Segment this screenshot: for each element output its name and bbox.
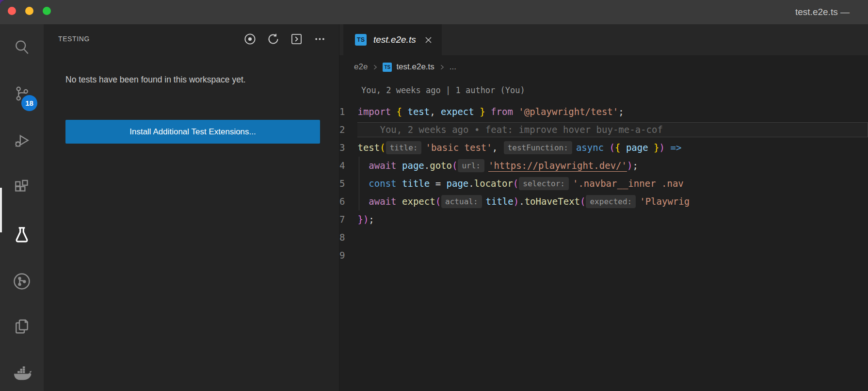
title-bar: test.e2e.ts — <box>0 0 868 24</box>
panel-title: TESTING <box>58 35 90 43</box>
more-actions-icon[interactable] <box>313 33 326 46</box>
inlay-hint: selector: <box>519 177 569 190</box>
code-editor[interactable]: You, 2 weeks ago | 1 author (You) 1impor… <box>339 79 868 391</box>
line-number[interactable]: 3 <box>339 139 357 157</box>
minimize-window-button[interactable] <box>25 7 33 15</box>
line-number[interactable]: 2 <box>339 121 357 139</box>
window-title: test.e2e.ts — <box>795 0 850 24</box>
line-number[interactable]: 6 <box>339 193 357 211</box>
tab-label: test.e2e.ts <box>373 34 416 45</box>
activity-bar: 18 <box>0 24 44 391</box>
line-number[interactable]: 4 <box>339 157 357 175</box>
inlay-hint: actual: <box>441 195 482 208</box>
tab-test-e2e-ts[interactable]: TS test.e2e.ts <box>343 24 442 55</box>
code-line[interactable]: 6 await expect(actual:title).toHaveText(… <box>339 193 868 211</box>
git-codelens[interactable]: You, 2 weeks ago | 1 author (You) <box>339 79 868 103</box>
extensions-icon[interactable] <box>0 170 44 205</box>
line-number[interactable]: 1 <box>339 103 357 121</box>
typescript-file-icon: TS <box>383 63 392 72</box>
code-line[interactable]: 7}); <box>339 211 868 228</box>
sidebar-testing-panel: TESTING <box>44 24 339 391</box>
chevron-right-box-icon[interactable] <box>290 33 303 46</box>
gitlens-icon[interactable] <box>0 264 44 299</box>
code-line[interactable]: 2You, 2 weeks ago • feat: improve hover … <box>339 121 868 139</box>
code-lines: 1import { test, expect } from '@playwrig… <box>339 103 868 264</box>
code-line[interactable]: 9 <box>339 246 868 264</box>
chevron-right-icon <box>372 64 378 70</box>
breadcrumb: e2e TS test.e2e.ts ... <box>339 55 868 79</box>
code-line[interactable]: 5 const title = page.locator(selector:'.… <box>339 175 868 193</box>
refresh-icon[interactable] <box>267 33 280 46</box>
inlay-hint: testFunction: <box>504 141 572 154</box>
line-number[interactable]: 9 <box>339 246 357 264</box>
typescript-file-icon: TS <box>355 34 367 46</box>
code-line[interactable]: 1import { test, expect } from '@playwrig… <box>339 103 868 121</box>
inlay-hint: url: <box>458 159 484 172</box>
code-line[interactable]: 8 <box>339 228 868 246</box>
breadcrumb-more[interactable]: ... <box>450 62 456 72</box>
breadcrumb-file[interactable]: test.e2e.ts <box>396 62 434 72</box>
search-icon[interactable] <box>0 30 44 65</box>
zoom-window-button[interactable] <box>43 7 51 15</box>
target-icon[interactable] <box>243 33 257 46</box>
breadcrumb-folder[interactable]: e2e <box>354 62 368 72</box>
line-number[interactable]: 5 <box>339 175 357 193</box>
close-window-button[interactable] <box>8 7 16 15</box>
empty-state-message: No tests have been found in this workspa… <box>65 72 322 87</box>
editor-group: TS test.e2e.ts e2e TS test.e2e.ts ... <box>339 24 868 391</box>
code-line[interactable]: 3test(title:'basic test', testFunction:a… <box>339 139 868 157</box>
testing-flask-icon[interactable] <box>0 217 44 252</box>
vscode-window: test.e2e.ts — 18 <box>0 0 868 391</box>
install-test-extensions-button[interactable]: Install Additional Test Extensions... <box>65 120 320 144</box>
git-blame-annotation: You, 2 weeks ago • feat: improve hover b… <box>357 122 868 137</box>
source-control-badge: 18 <box>21 95 37 111</box>
panel-actions <box>243 33 326 46</box>
code-line[interactable]: 4 await page.goto(url:'https://playwrigh… <box>339 157 868 175</box>
close-tab-icon[interactable] <box>424 35 433 45</box>
run-debug-icon[interactable] <box>0 123 44 158</box>
tab-strip: TS test.e2e.ts <box>339 24 868 55</box>
inlay-hint: title: <box>386 141 422 154</box>
panel-header: TESTING <box>44 24 339 53</box>
inlay-hint: expected: <box>586 195 636 208</box>
line-number[interactable]: 7 <box>339 211 357 228</box>
chevron-right-icon <box>439 64 445 70</box>
line-number[interactable]: 8 <box>339 228 357 246</box>
copy-pages-icon[interactable] <box>0 309 44 344</box>
docker-whale-icon[interactable] <box>0 356 44 391</box>
